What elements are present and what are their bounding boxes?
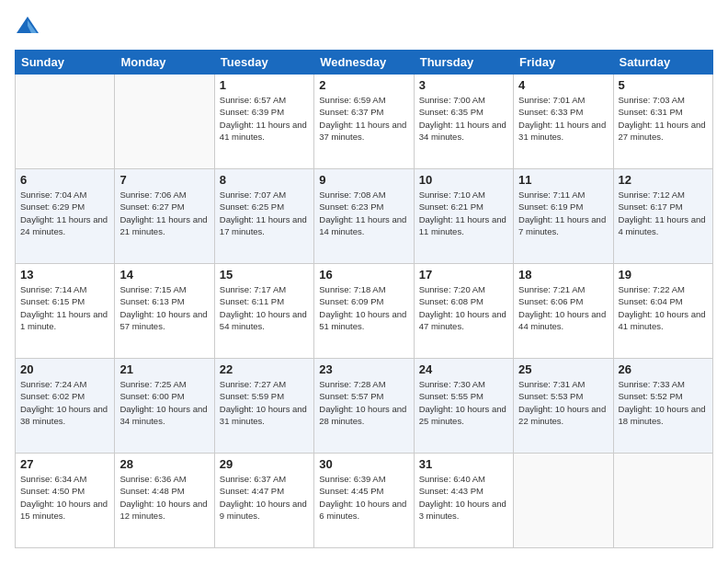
- calendar-cell: 9Sunrise: 7:08 AM Sunset: 6:23 PM Daylig…: [314, 169, 414, 264]
- day-number: 13: [20, 268, 109, 282]
- calendar-cell: 23Sunrise: 7:28 AM Sunset: 5:57 PM Dayli…: [314, 359, 414, 454]
- calendar-cell: [514, 454, 613, 548]
- day-number: 9: [319, 173, 408, 187]
- calendar-cell: 1Sunrise: 6:57 AM Sunset: 6:39 PM Daylig…: [214, 75, 313, 169]
- calendar-week-row: 13Sunrise: 7:14 AM Sunset: 6:15 PM Dayli…: [16, 264, 713, 359]
- calendar-cell: 29Sunrise: 6:37 AM Sunset: 4:47 PM Dayli…: [214, 454, 313, 548]
- day-info: Sunrise: 7:00 AM Sunset: 6:35 PM Dayligh…: [419, 94, 508, 143]
- day-info: Sunrise: 6:40 AM Sunset: 4:43 PM Dayligh…: [419, 473, 508, 522]
- day-info: Sunrise: 7:12 AM Sunset: 6:17 PM Dayligh…: [619, 189, 708, 237]
- day-info: Sunrise: 7:15 AM Sunset: 6:13 PM Dayligh…: [119, 283, 209, 332]
- weekday-header-wednesday: Wednesday: [314, 51, 414, 75]
- day-info: Sunrise: 7:11 AM Sunset: 6:19 PM Dayligh…: [518, 189, 608, 237]
- calendar-cell: 12Sunrise: 7:12 AM Sunset: 6:17 PM Dayli…: [613, 169, 712, 264]
- day-number: 24: [419, 362, 508, 376]
- calendar-cell: 27Sunrise: 6:34 AM Sunset: 4:50 PM Dayli…: [16, 454, 115, 548]
- weekday-header-tuesday: Tuesday: [214, 51, 313, 75]
- day-info: Sunrise: 7:20 AM Sunset: 6:08 PM Dayligh…: [419, 283, 508, 332]
- day-number: 19: [619, 268, 708, 282]
- day-number: 30: [319, 457, 408, 471]
- calendar-cell: 4Sunrise: 7:01 AM Sunset: 6:33 PM Daylig…: [514, 75, 613, 169]
- day-number: 1: [220, 78, 309, 92]
- day-info: Sunrise: 7:31 AM Sunset: 5:53 PM Dayligh…: [518, 378, 608, 427]
- calendar-cell: 21Sunrise: 7:25 AM Sunset: 6:00 PM Dayli…: [115, 359, 214, 454]
- calendar-cell: 31Sunrise: 6:40 AM Sunset: 4:43 PM Dayli…: [414, 454, 513, 548]
- calendar-cell: 20Sunrise: 7:24 AM Sunset: 6:02 PM Dayli…: [16, 359, 115, 454]
- weekday-header-friday: Friday: [514, 51, 613, 75]
- calendar-cell: 22Sunrise: 7:27 AM Sunset: 5:59 PM Dayli…: [214, 359, 313, 454]
- day-info: Sunrise: 7:21 AM Sunset: 6:06 PM Dayligh…: [518, 283, 608, 332]
- day-number: 12: [619, 173, 708, 187]
- calendar-cell: 2Sunrise: 6:59 AM Sunset: 6:37 PM Daylig…: [314, 75, 414, 169]
- logo: [15, 15, 44, 40]
- calendar-cell: 11Sunrise: 7:11 AM Sunset: 6:19 PM Dayli…: [514, 169, 613, 264]
- calendar-cell: 24Sunrise: 7:30 AM Sunset: 5:55 PM Dayli…: [414, 359, 513, 454]
- calendar-cell: 17Sunrise: 7:20 AM Sunset: 6:08 PM Dayli…: [414, 264, 513, 359]
- day-number: 18: [518, 268, 608, 282]
- day-info: Sunrise: 6:37 AM Sunset: 4:47 PM Dayligh…: [220, 473, 309, 522]
- day-number: 17: [419, 268, 508, 282]
- calendar-cell: 5Sunrise: 7:03 AM Sunset: 6:31 PM Daylig…: [613, 75, 712, 169]
- day-info: Sunrise: 7:22 AM Sunset: 6:04 PM Dayligh…: [619, 283, 708, 332]
- day-info: Sunrise: 6:59 AM Sunset: 6:37 PM Dayligh…: [319, 94, 408, 143]
- calendar-cell: [115, 75, 214, 169]
- day-number: 2: [319, 78, 408, 92]
- calendar-cell: 18Sunrise: 7:21 AM Sunset: 6:06 PM Dayli…: [514, 264, 613, 359]
- calendar-cell: [613, 454, 712, 548]
- day-number: 7: [119, 173, 209, 187]
- calendar-cell: 3Sunrise: 7:00 AM Sunset: 6:35 PM Daylig…: [414, 75, 513, 169]
- calendar-week-row: 20Sunrise: 7:24 AM Sunset: 6:02 PM Dayli…: [16, 359, 713, 454]
- day-number: 28: [119, 457, 209, 471]
- day-info: Sunrise: 7:07 AM Sunset: 6:25 PM Dayligh…: [220, 189, 309, 237]
- calendar-cell: 28Sunrise: 6:36 AM Sunset: 4:48 PM Dayli…: [115, 454, 214, 548]
- header: [15, 15, 713, 40]
- day-number: 16: [319, 268, 408, 282]
- day-number: 4: [518, 78, 608, 92]
- weekday-header-sunday: Sunday: [16, 51, 115, 75]
- day-info: Sunrise: 7:33 AM Sunset: 5:52 PM Dayligh…: [619, 378, 708, 427]
- day-number: 6: [20, 173, 109, 187]
- day-info: Sunrise: 7:25 AM Sunset: 6:00 PM Dayligh…: [119, 378, 209, 427]
- calendar-cell: 8Sunrise: 7:07 AM Sunset: 6:25 PM Daylig…: [214, 169, 313, 264]
- calendar-cell: 13Sunrise: 7:14 AM Sunset: 6:15 PM Dayli…: [16, 264, 115, 359]
- day-info: Sunrise: 7:04 AM Sunset: 6:29 PM Dayligh…: [20, 189, 109, 237]
- logo-icon: [15, 15, 40, 40]
- day-number: 11: [518, 173, 608, 187]
- day-info: Sunrise: 7:27 AM Sunset: 5:59 PM Dayligh…: [220, 378, 309, 427]
- day-info: Sunrise: 7:28 AM Sunset: 5:57 PM Dayligh…: [319, 378, 408, 427]
- day-number: 21: [119, 362, 209, 376]
- calendar-cell: 19Sunrise: 7:22 AM Sunset: 6:04 PM Dayli…: [613, 264, 712, 359]
- day-number: 27: [20, 457, 109, 471]
- day-info: Sunrise: 6:57 AM Sunset: 6:39 PM Dayligh…: [220, 94, 309, 143]
- weekday-header-row: SundayMondayTuesdayWednesdayThursdayFrid…: [16, 51, 713, 75]
- day-info: Sunrise: 7:17 AM Sunset: 6:11 PM Dayligh…: [220, 283, 309, 332]
- calendar-cell: 16Sunrise: 7:18 AM Sunset: 6:09 PM Dayli…: [314, 264, 414, 359]
- page: SundayMondayTuesdayWednesdayThursdayFrid…: [0, 0, 728, 563]
- day-number: 5: [619, 78, 708, 92]
- day-info: Sunrise: 7:18 AM Sunset: 6:09 PM Dayligh…: [319, 283, 408, 332]
- calendar-cell: 6Sunrise: 7:04 AM Sunset: 6:29 PM Daylig…: [16, 169, 115, 264]
- calendar-cell: 15Sunrise: 7:17 AM Sunset: 6:11 PM Dayli…: [214, 264, 313, 359]
- day-number: 15: [220, 268, 309, 282]
- weekday-header-monday: Monday: [115, 51, 214, 75]
- calendar-cell: 25Sunrise: 7:31 AM Sunset: 5:53 PM Dayli…: [514, 359, 613, 454]
- day-number: 22: [220, 362, 309, 376]
- day-number: 25: [518, 362, 608, 376]
- calendar-cell: 30Sunrise: 6:39 AM Sunset: 4:45 PM Dayli…: [314, 454, 414, 548]
- day-number: 3: [419, 78, 508, 92]
- calendar-cell: 14Sunrise: 7:15 AM Sunset: 6:13 PM Dayli…: [115, 264, 214, 359]
- day-number: 8: [220, 173, 309, 187]
- day-number: 23: [319, 362, 408, 376]
- calendar-week-row: 1Sunrise: 6:57 AM Sunset: 6:39 PM Daylig…: [16, 75, 713, 169]
- calendar-week-row: 27Sunrise: 6:34 AM Sunset: 4:50 PM Dayli…: [16, 454, 713, 548]
- calendar-cell: [16, 75, 115, 169]
- day-info: Sunrise: 7:03 AM Sunset: 6:31 PM Dayligh…: [619, 94, 708, 143]
- day-info: Sunrise: 6:39 AM Sunset: 4:45 PM Dayligh…: [319, 473, 408, 522]
- day-info: Sunrise: 6:34 AM Sunset: 4:50 PM Dayligh…: [20, 473, 109, 522]
- day-number: 29: [220, 457, 309, 471]
- day-number: 10: [419, 173, 508, 187]
- calendar-cell: 10Sunrise: 7:10 AM Sunset: 6:21 PM Dayli…: [414, 169, 513, 264]
- day-info: Sunrise: 7:24 AM Sunset: 6:02 PM Dayligh…: [20, 378, 109, 427]
- day-info: Sunrise: 7:14 AM Sunset: 6:15 PM Dayligh…: [20, 283, 109, 332]
- day-number: 26: [619, 362, 708, 376]
